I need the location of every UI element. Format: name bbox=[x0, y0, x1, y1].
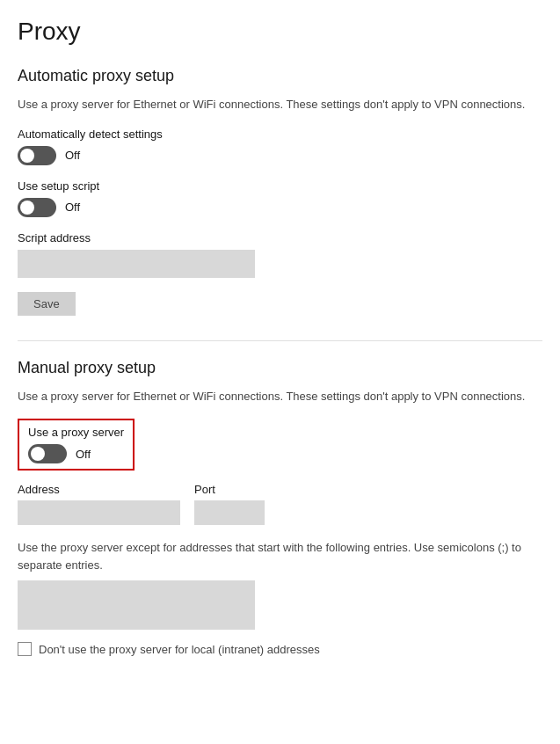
address-input[interactable] bbox=[18, 500, 180, 525]
automatic-section-description: Use a proxy server for Ethernet or WiFi … bbox=[18, 96, 542, 113]
automatic-section-title: Automatic proxy setup bbox=[18, 67, 542, 85]
use-setup-script-toggle-row: Off bbox=[18, 198, 542, 217]
detect-settings-label: Automatically detect settings bbox=[18, 128, 542, 141]
use-proxy-server-toggle[interactable] bbox=[28, 444, 67, 463]
use-setup-script-status: Off bbox=[65, 201, 80, 214]
page-title: Proxy bbox=[18, 18, 542, 46]
use-setup-script-toggle[interactable] bbox=[18, 198, 56, 217]
exceptions-description: Use the proxy server except for addresse… bbox=[18, 539, 542, 573]
use-setup-script-label: Use setup script bbox=[18, 179, 542, 193]
port-input[interactable] bbox=[194, 500, 265, 525]
local-checkbox-row: Don't use the proxy server for local (in… bbox=[18, 642, 542, 656]
section-divider bbox=[18, 340, 542, 341]
exceptions-textarea[interactable] bbox=[18, 580, 255, 630]
script-address-label: Script address bbox=[18, 231, 542, 244]
local-checkbox-label: Don't use the proxy server for local (in… bbox=[39, 643, 320, 656]
port-field-group: Port bbox=[194, 483, 265, 525]
use-proxy-server-label: Use a proxy server bbox=[28, 426, 124, 439]
address-port-row: Address Port bbox=[18, 483, 542, 525]
save-button[interactable]: Save bbox=[18, 292, 76, 316]
use-proxy-server-status: Off bbox=[76, 448, 91, 461]
address-label: Address bbox=[18, 483, 180, 496]
use-proxy-server-toggle-row: Off bbox=[28, 444, 124, 463]
detect-settings-status: Off bbox=[65, 149, 80, 162]
detect-settings-toggle[interactable] bbox=[18, 146, 56, 165]
port-label: Port bbox=[194, 483, 265, 496]
script-address-input[interactable] bbox=[18, 250, 255, 278]
local-checkbox[interactable] bbox=[18, 642, 32, 656]
manual-section-title: Manual proxy setup bbox=[18, 359, 542, 377]
address-field-group: Address bbox=[18, 483, 180, 525]
use-proxy-server-box: Use a proxy server Off bbox=[18, 419, 135, 470]
detect-settings-toggle-row: Off bbox=[18, 146, 542, 165]
manual-section-description: Use a proxy server for Ethernet or WiFi … bbox=[18, 388, 542, 405]
